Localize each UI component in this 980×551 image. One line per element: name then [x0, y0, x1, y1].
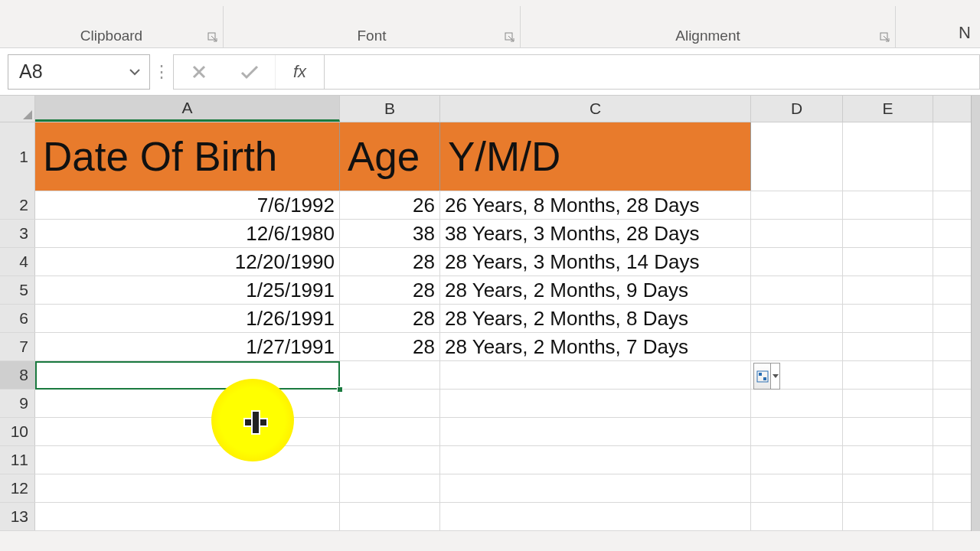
cell[interactable] [340, 474, 440, 502]
cell[interactable] [843, 248, 933, 276]
cell[interactable] [843, 333, 933, 360]
cell[interactable] [843, 122, 933, 191]
column-header-A[interactable]: A [35, 96, 340, 122]
cell[interactable] [751, 503, 843, 530]
cell[interactable] [440, 446, 751, 474]
cell[interactable] [340, 446, 440, 474]
cell[interactable]: 28 [340, 248, 440, 276]
dialog-launcher-icon[interactable] [207, 32, 218, 43]
row-header[interactable]: 5 [0, 276, 35, 304]
cell-header-C[interactable]: Y/M/D [440, 122, 751, 191]
dialog-launcher-icon[interactable] [505, 32, 515, 43]
cell[interactable] [843, 390, 933, 417]
fill-handle[interactable] [337, 386, 343, 393]
cell[interactable] [35, 503, 340, 530]
cell[interactable] [35, 446, 340, 474]
name-box-value: A8 [19, 60, 43, 83]
enter-button[interactable] [224, 55, 275, 89]
cell[interactable]: 28 Years, 2 Months, 8 Days [440, 305, 751, 332]
cell[interactable] [35, 390, 340, 417]
cell[interactable] [440, 474, 751, 502]
cell[interactable]: 28 Years, 2 Months, 7 Days [440, 333, 751, 360]
cell[interactable] [751, 446, 843, 474]
formula-input[interactable] [325, 54, 980, 90]
cell[interactable]: 7/6/1992 [35, 191, 340, 219]
formula-bar-buttons: fx [173, 54, 325, 90]
cell[interactable]: 12/6/1980 [35, 220, 340, 247]
cell[interactable]: 1/27/1991 [35, 333, 340, 360]
cell[interactable] [340, 361, 440, 389]
cell[interactable]: 38 [340, 220, 440, 247]
cell-active[interactable] [35, 361, 340, 389]
row-header[interactable]: 9 [0, 390, 35, 417]
cell-header-B[interactable]: Age [340, 122, 440, 191]
dialog-launcher-icon[interactable] [880, 32, 890, 43]
cell[interactable] [440, 503, 751, 530]
cell[interactable] [340, 503, 440, 530]
cell[interactable] [751, 220, 843, 247]
cell[interactable] [843, 503, 933, 530]
cell[interactable] [440, 390, 751, 417]
cell[interactable]: 38 Years, 3 Months, 28 Days [440, 220, 751, 247]
cell[interactable] [751, 474, 843, 502]
cell[interactable] [751, 122, 843, 191]
cell[interactable] [843, 276, 933, 304]
row-header[interactable]: 8 [0, 361, 35, 389]
ribbon-group-label: N [959, 23, 971, 43]
cell[interactable]: 28 Years, 2 Months, 9 Days [440, 276, 751, 304]
row-header[interactable]: 12 [0, 474, 35, 502]
cell-header-A[interactable]: Date Of Birth [35, 122, 340, 191]
column-header-C[interactable]: C [440, 96, 751, 122]
cell[interactable] [751, 305, 843, 332]
cell[interactable] [843, 305, 933, 332]
fx-icon[interactable]: fx [275, 55, 324, 89]
column-header-D[interactable]: D [751, 96, 843, 122]
select-all-button[interactable] [0, 96, 35, 122]
cell[interactable] [843, 418, 933, 445]
cell[interactable] [751, 333, 843, 360]
cancel-button[interactable] [174, 55, 224, 89]
name-box[interactable]: A8 [8, 54, 150, 90]
cell[interactable] [751, 191, 843, 219]
cell[interactable] [843, 220, 933, 247]
cell[interactable]: 28 [340, 333, 440, 360]
cell[interactable] [843, 446, 933, 474]
cell[interactable] [751, 276, 843, 304]
cell[interactable] [843, 361, 933, 389]
cell[interactable] [843, 474, 933, 502]
vertical-scrollbar[interactable] [971, 96, 980, 531]
cell[interactable] [440, 418, 751, 445]
cell[interactable] [751, 418, 843, 445]
cell[interactable] [440, 361, 751, 389]
grid-body[interactable]: 1 Date Of Birth Age Y/M/D 2 7/6/1992 26 … [0, 122, 980, 531]
cell[interactable]: 26 [340, 191, 440, 219]
row-header[interactable]: 4 [0, 248, 35, 276]
cell[interactable] [35, 474, 340, 502]
chevron-down-icon[interactable] [126, 60, 143, 83]
row-header[interactable]: 1 [0, 122, 35, 191]
cell[interactable] [751, 390, 843, 417]
cell[interactable] [340, 418, 440, 445]
cell[interactable] [751, 248, 843, 276]
cell[interactable] [35, 418, 340, 445]
column-header-E[interactable]: E [843, 96, 933, 122]
row-header[interactable]: 11 [0, 446, 35, 474]
cell[interactable] [340, 390, 440, 417]
cell[interactable]: 28 [340, 305, 440, 332]
cell[interactable] [843, 191, 933, 219]
cell[interactable]: 28 [340, 276, 440, 304]
row-header[interactable]: 2 [0, 191, 35, 219]
cell[interactable]: 1/25/1991 [35, 276, 340, 304]
row-header[interactable]: 7 [0, 333, 35, 360]
cell[interactable]: 1/26/1991 [35, 305, 340, 332]
row-header[interactable]: 10 [0, 418, 35, 445]
row-header[interactable]: 6 [0, 305, 35, 332]
row-header[interactable]: 3 [0, 220, 35, 247]
row-header[interactable]: 13 [0, 503, 35, 530]
table-row: 6 1/26/1991 28 28 Years, 2 Months, 8 Day… [0, 305, 980, 333]
cell[interactable]: 26 Years, 8 Months, 28 Days [440, 191, 751, 219]
autofill-options-button[interactable] [753, 363, 780, 390]
cell[interactable]: 12/20/1990 [35, 248, 340, 276]
cell[interactable]: 28 Years, 3 Months, 14 Days [440, 248, 751, 276]
column-header-B[interactable]: B [340, 96, 440, 122]
